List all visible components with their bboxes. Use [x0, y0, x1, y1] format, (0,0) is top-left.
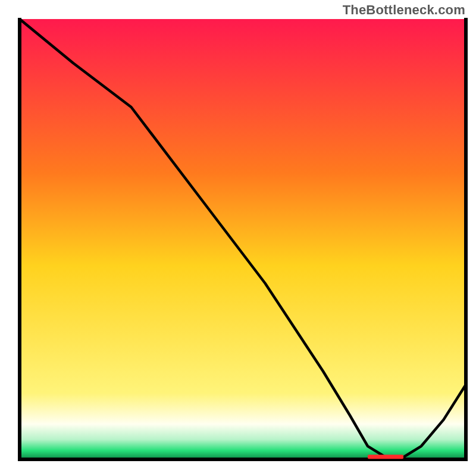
optimal-zone-marker [368, 455, 403, 459]
bottleneck-chart-svg [0, 0, 476, 476]
chart-container: TheBottleneck.com [0, 0, 476, 476]
chart-background-gradient [20, 19, 466, 459]
